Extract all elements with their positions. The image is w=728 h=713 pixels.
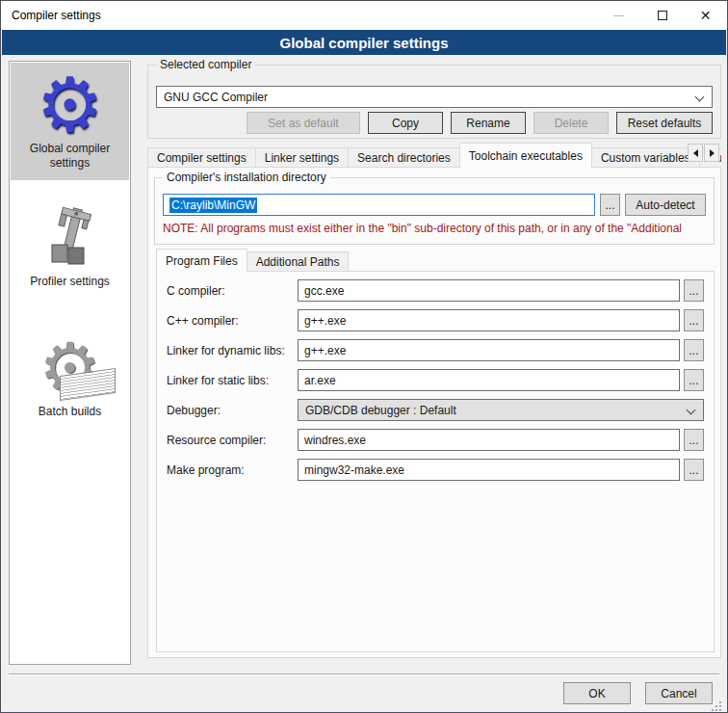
field-label: C++ compiler: xyxy=(167,314,298,328)
tab-custom-variables[interactable]: Custom variables xyxy=(591,147,700,168)
rename-button[interactable]: Rename xyxy=(451,112,526,134)
static-linker-row: Linker for static libs: ar.exe ... xyxy=(167,369,704,391)
field-label: C compiler: xyxy=(167,284,298,298)
c-compiler-browse-button[interactable]: ... xyxy=(684,279,704,302)
c-compiler-row: C compiler: gcc.exe ... xyxy=(167,279,704,302)
set-as-default-button: Set as default xyxy=(247,112,360,134)
field-value: windres.exe xyxy=(304,434,366,447)
sidebar-item-global-compiler-settings[interactable]: ⚙ Global compiler settings xyxy=(11,63,129,180)
blue-gear-icon: ⚙ xyxy=(37,71,104,139)
copy-button[interactable]: Copy xyxy=(368,112,443,134)
chevron-down-icon xyxy=(695,92,705,102)
compiler-select[interactable]: GNU GCC Compiler xyxy=(156,86,713,108)
directory-browse-button[interactable]: ... xyxy=(600,194,620,216)
sidebar-item-profiler-settings[interactable]: Profiler settings xyxy=(11,196,129,289)
field-label: Make program: xyxy=(167,463,298,477)
tab-toolchain-executables[interactable]: Toolchain executables xyxy=(459,143,592,168)
resource-compiler-input[interactable]: windres.exe xyxy=(298,429,680,451)
field-label: Debugger: xyxy=(167,404,298,417)
selected-compiler-group-label: Selected compiler xyxy=(156,58,255,71)
close-button[interactable]: ✕ xyxy=(684,1,727,30)
field-label: Linker for static libs: xyxy=(167,374,298,387)
resize-grip[interactable] xyxy=(719,705,721,707)
maximize-button[interactable] xyxy=(640,1,684,30)
debugger-select-value: GDB/CDB debugger : Default xyxy=(305,404,456,417)
compiler-select-value: GNU GCC Compiler xyxy=(164,91,268,104)
sidebar-item-label: Batch builds xyxy=(11,405,129,419)
window-title: Compiler settings xyxy=(1,9,101,22)
sidebar-item-label: Profiler settings xyxy=(11,275,129,289)
programs-tab-bar: Program Files Additional Paths xyxy=(156,249,348,272)
dynamic-linker-input[interactable]: g++.exe xyxy=(298,339,680,361)
make-program-browse-button[interactable]: ... xyxy=(684,459,704,481)
static-linker-browse-button[interactable]: ... xyxy=(684,369,704,391)
dynamic-linker-browse-button[interactable]: ... xyxy=(684,339,704,361)
c-compiler-input[interactable]: gcc.exe xyxy=(298,279,680,302)
installation-directory-group-label: Compiler's installation directory xyxy=(163,171,330,184)
tab-linker-settings[interactable]: Linker settings xyxy=(255,147,349,168)
cpp-compiler-browse-button[interactable]: ... xyxy=(684,309,704,331)
tab-scroll-right-button[interactable] xyxy=(704,144,719,162)
minimize-button xyxy=(597,1,640,30)
tab-search-directories[interactable]: Search directories xyxy=(348,147,460,168)
maximize-icon xyxy=(658,11,667,20)
resource-compiler-row: Resource compiler: windres.exe ... xyxy=(167,429,704,451)
caliper-icon xyxy=(37,204,104,272)
field-value: ar.exe xyxy=(304,374,336,387)
resource-compiler-browse-button[interactable]: ... xyxy=(684,429,704,451)
tab-program-files[interactable]: Program Files xyxy=(156,249,247,272)
debugger-select[interactable]: GDB/CDB debugger : Default xyxy=(298,399,704,421)
arrow-left-icon xyxy=(693,149,698,157)
field-value: g++.exe xyxy=(304,314,346,328)
selected-compiler-group: Selected compiler GNU GCC Compiler Set a… xyxy=(147,65,721,139)
toolchain-executables-page: Compiler's installation directory C:\ray… xyxy=(147,167,721,658)
dialog-header-title: Global compiler settings xyxy=(279,35,448,51)
cpp-compiler-input[interactable]: g++.exe xyxy=(298,309,680,331)
arrow-right-icon xyxy=(710,149,715,157)
tab-compiler-settings[interactable]: Compiler settings xyxy=(147,147,256,168)
close-icon: ✕ xyxy=(700,9,712,22)
cancel-button[interactable]: Cancel xyxy=(645,682,713,704)
field-label: Linker for dynamic libs: xyxy=(167,344,298,357)
make-program-input[interactable]: mingw32-make.exe xyxy=(298,459,680,481)
dynamic-linker-row: Linker for dynamic libs: g++.exe ... xyxy=(167,339,704,361)
ok-button[interactable]: OK xyxy=(563,682,631,704)
settings-category-list: ⚙ Global compiler settings Profiler s xyxy=(9,61,131,665)
sidebar-item-batch-builds[interactable]: ⚙ Batch builds xyxy=(11,326,129,419)
minimize-icon xyxy=(613,15,624,16)
static-linker-input[interactable]: ar.exe xyxy=(298,369,680,391)
auto-detect-button[interactable]: Auto-detect xyxy=(625,194,706,216)
installation-directory-group: Compiler's installation directory C:\ray… xyxy=(154,177,715,245)
field-value: mingw32-make.exe xyxy=(304,463,404,477)
tab-scroll-left-button[interactable] xyxy=(688,144,703,162)
compiler-settings-dialog: Compiler settings ✕ Global compiler sett… xyxy=(0,0,728,713)
field-value: gcc.exe xyxy=(304,284,344,298)
dialog-header: Global compiler settings xyxy=(2,30,726,55)
installation-directory-value: C:\raylib\MinGW xyxy=(169,198,257,213)
installation-directory-input[interactable]: C:\raylib\MinGW xyxy=(163,194,595,216)
program-files-panel: C compiler: gcc.exe ... C++ compiler: g+… xyxy=(156,271,715,652)
field-label: Resource compiler: xyxy=(167,434,298,447)
settings-tab-bar: Compiler settings Linker settings Search… xyxy=(147,143,721,168)
reset-defaults-button[interactable]: Reset defaults xyxy=(616,112,713,134)
debugger-row: Debugger: GDB/CDB debugger : Default xyxy=(167,399,704,421)
cpp-compiler-row: C++ compiler: g++.exe ... xyxy=(167,309,704,331)
chevron-down-icon xyxy=(687,406,696,415)
tab-additional-paths[interactable]: Additional Paths xyxy=(247,251,350,272)
make-program-row: Make program: mingw32-make.exe ... xyxy=(167,459,704,481)
directory-note-text: NOTE: All programs must exist either in … xyxy=(163,222,713,235)
field-value: g++.exe xyxy=(304,344,346,357)
delete-button: Delete xyxy=(533,112,609,134)
footer-divider xyxy=(9,673,719,674)
